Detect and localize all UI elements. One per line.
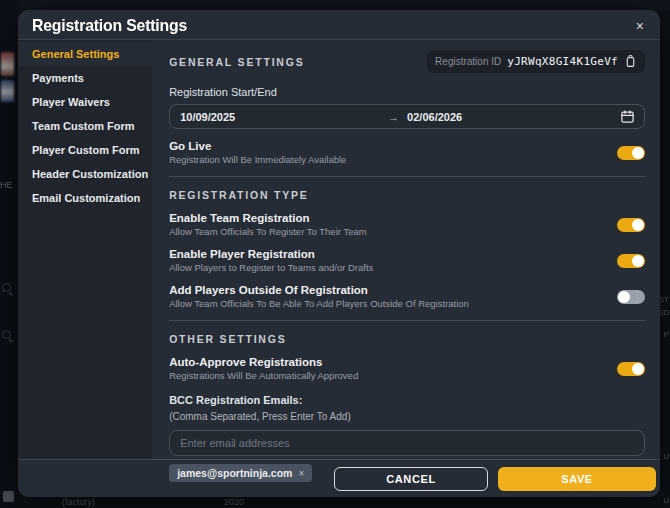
date-arrow-icon: → (388, 111, 399, 123)
backdrop-text-fragment: (factory) (62, 497, 95, 507)
backdrop-icon-fragment (3, 491, 14, 502)
date-range-label: Registration Start/End (169, 86, 645, 98)
modal-header: Registration Settings × (18, 10, 660, 40)
sidebar-item-general-settings[interactable]: General Settings (18, 42, 152, 66)
backdrop-text-fragment: U (663, 496, 669, 505)
players-outside-sublabel: Allow Team Officials To Be Able To Add P… (169, 298, 469, 309)
search-icon (2, 283, 11, 292)
auto-approve-toggle[interactable] (617, 362, 645, 376)
settings-content: GENERAL SETTINGS Registration ID yJRWqX8… (152, 40, 660, 459)
bcc-emails-hint: (Comma Separated, Press Enter To Add) (169, 411, 645, 422)
divider (169, 320, 645, 321)
backdrop-logo-fragment (1, 52, 14, 76)
go-live-label: Go Live (169, 140, 346, 152)
backdrop-text-fragment: 2020 (224, 497, 244, 507)
setting-row-players-outside: Add Players Outside Of Registration Allo… (169, 284, 645, 309)
close-icon[interactable]: × (632, 17, 648, 35)
go-live-toggle[interactable] (617, 146, 645, 160)
auto-approve-sublabel: Registrations Will Be Automatically Appr… (169, 370, 358, 381)
backdrop-logo-fragment (1, 80, 14, 102)
settings-sidebar: General Settings Payments Player Waivers… (18, 40, 152, 459)
email-chip-text: james@sportninja.com (177, 467, 292, 479)
calendar-icon[interactable] (620, 109, 635, 126)
setting-row-team-registration: Enable Team Registration Allow Team Offi… (169, 212, 645, 237)
auto-approve-label: Auto-Approve Registrations (169, 356, 358, 368)
team-registration-toggle[interactable] (617, 218, 645, 232)
copy-icon[interactable] (624, 55, 637, 68)
sidebar-item-team-custom-form[interactable]: Team Custom Form (18, 114, 152, 138)
backdrop-text-fragment: HE (0, 180, 13, 190)
player-registration-toggle[interactable] (617, 254, 645, 268)
player-registration-label: Enable Player Registration (169, 248, 373, 260)
setting-row-player-registration: Enable Player Registration Allow Players… (169, 248, 645, 273)
email-chip-list: james@sportninja.com × (169, 464, 645, 482)
section-heading-other-settings: OTHER SETTINGS (169, 333, 645, 345)
bcc-emails-label: BCC Registration Emails: (169, 394, 645, 406)
players-outside-label: Add Players Outside Of Registration (169, 284, 469, 296)
modal-title: Registration Settings (32, 16, 187, 36)
chip-remove-icon[interactable]: × (298, 468, 304, 479)
backdrop-text-fragment: P (664, 330, 669, 339)
divider (169, 176, 645, 177)
registration-id-pill: Registration ID yJRWqX8GI4K1GeVf (427, 50, 645, 73)
sidebar-item-payments[interactable]: Payments (18, 66, 152, 90)
go-live-sublabel: Registration Will Be Immediately Availab… (169, 154, 346, 165)
team-registration-label: Enable Team Registration (169, 212, 366, 224)
backdrop-topbar (18, 0, 670, 10)
backdrop-text-fragment: ST (659, 295, 669, 304)
search-icon (2, 330, 11, 339)
date-end-value[interactable]: 02/06/2026 (407, 111, 462, 123)
registration-settings-modal: Registration Settings × General Settings… (18, 10, 660, 497)
sidebar-item-email-customization[interactable]: Email Customization (18, 186, 152, 210)
sidebar-item-player-waivers[interactable]: Player Waivers (18, 90, 152, 114)
setting-row-go-live: Go Live Registration Will Be Immediately… (169, 140, 645, 165)
bcc-email-input[interactable] (169, 430, 645, 456)
registration-id-value: yJRWqX8GI4K1GeVf (507, 55, 618, 68)
backdrop-left-nav: HE (0, 0, 18, 508)
registration-id-label: Registration ID (435, 56, 501, 67)
date-range-field[interactable]: 10/09/2025 → 02/06/2026 (169, 104, 645, 129)
section-heading-general: GENERAL SETTINGS (169, 56, 304, 68)
players-outside-toggle[interactable] (617, 290, 645, 304)
email-chip: james@sportninja.com × (169, 464, 312, 482)
backdrop-text-fragment: U (663, 452, 669, 461)
sidebar-item-player-custom-form[interactable]: Player Custom Form (18, 138, 152, 162)
section-heading-registration-type: REGISTRATION TYPE (169, 189, 645, 201)
player-registration-sublabel: Allow Players to Register to Teams and/o… (169, 262, 373, 273)
setting-row-auto-approve: Auto-Approve Registrations Registrations… (169, 356, 645, 381)
sidebar-item-header-customization[interactable]: Header Customization (18, 162, 152, 186)
date-start-value[interactable]: 10/09/2025 (180, 111, 235, 123)
team-registration-sublabel: Allow Team Officials To Register To Thei… (169, 226, 366, 237)
